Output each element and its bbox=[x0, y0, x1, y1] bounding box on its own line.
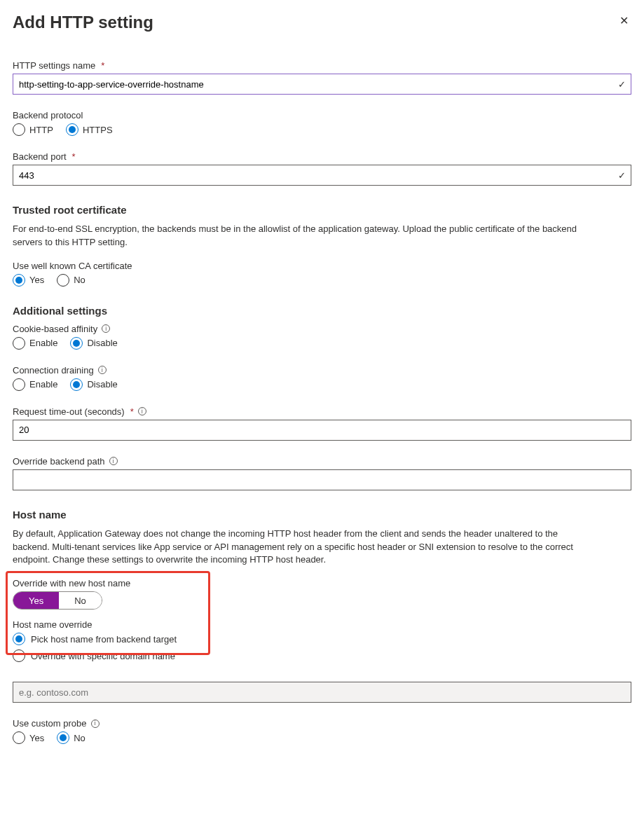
drain-disable-radio[interactable]: Disable bbox=[70, 378, 117, 391]
cookie-affinity-label: Cookie-based affinity bbox=[13, 324, 97, 334]
backend-protocol-https-radio[interactable]: HTTPS bbox=[66, 123, 113, 136]
backend-protocol-http-radio[interactable]: HTTP bbox=[13, 123, 53, 136]
host-name-override-label: Host name override bbox=[13, 619, 92, 630]
info-icon[interactable]: i bbox=[91, 720, 100, 728]
http-option-label: HTTP bbox=[29, 125, 53, 135]
required-indicator: * bbox=[101, 60, 104, 71]
ca-certificate-label: Use well known CA certificate bbox=[13, 261, 132, 271]
override-new-hostname-label: Override with new host name bbox=[13, 578, 130, 589]
connection-draining-label: Connection draining bbox=[13, 365, 94, 376]
ca-no-label: No bbox=[74, 275, 85, 285]
ca-no-radio[interactable]: No bbox=[57, 274, 85, 287]
pick-backend-label: Pick host name from backend target bbox=[31, 634, 177, 645]
drain-disable-label: Disable bbox=[87, 379, 117, 390]
drain-enable-label: Enable bbox=[29, 379, 57, 390]
close-icon[interactable]: ✕ bbox=[617, 13, 631, 29]
info-icon[interactable]: i bbox=[109, 457, 118, 465]
required-indicator: * bbox=[72, 151, 76, 162]
required-indicator: * bbox=[130, 406, 134, 417]
ca-yes-radio[interactable]: Yes bbox=[13, 274, 44, 287]
backend-protocol-label: Backend protocol bbox=[13, 110, 83, 121]
info-icon[interactable]: i bbox=[138, 407, 146, 415]
host-name-title: Host name bbox=[13, 509, 631, 521]
override-hostname-toggle[interactable]: Yes No bbox=[13, 591, 102, 610]
https-option-label: HTTPS bbox=[83, 125, 113, 135]
backend-port-label: Backend port bbox=[13, 151, 67, 162]
pick-backend-target-radio[interactable]: Pick host name from backend target bbox=[13, 633, 631, 645]
override-specific-label: Override with specific domain name bbox=[31, 651, 175, 661]
domain-name-input bbox=[13, 682, 631, 703]
host-name-description: By default, Application Gateway does not… bbox=[13, 528, 594, 567]
checkmark-icon: ✓ bbox=[618, 79, 626, 90]
checkmark-icon: ✓ bbox=[618, 170, 626, 181]
request-timeout-label: Request time-out (seconds) bbox=[13, 406, 125, 417]
backend-port-input[interactable] bbox=[13, 165, 631, 186]
override-backend-path-label: Override backend path bbox=[13, 456, 105, 467]
cookie-disable-radio[interactable]: Disable bbox=[70, 337, 117, 350]
override-backend-path-input[interactable] bbox=[13, 469, 631, 490]
override-no-option[interactable]: No bbox=[59, 592, 102, 609]
probe-no-label: No bbox=[74, 733, 85, 743]
info-icon[interactable]: i bbox=[98, 366, 107, 374]
page-title: Add HTTP setting bbox=[13, 13, 153, 32]
probe-yes-label: Yes bbox=[29, 733, 44, 743]
cookie-enable-radio[interactable]: Enable bbox=[13, 337, 57, 350]
override-specific-domain-radio[interactable]: Override with specific domain name bbox=[13, 649, 631, 662]
cookie-disable-label: Disable bbox=[87, 338, 117, 348]
drain-enable-radio[interactable]: Enable bbox=[13, 378, 57, 391]
custom-probe-label: Use custom probe bbox=[13, 718, 87, 729]
additional-settings-title: Additional settings bbox=[13, 305, 631, 317]
http-settings-name-label: HTTP settings name bbox=[13, 60, 95, 71]
trusted-root-description: For end-to-end SSL encryption, the backe… bbox=[13, 223, 594, 249]
override-yes-option[interactable]: Yes bbox=[13, 592, 59, 609]
custom-probe-no-radio[interactable]: No bbox=[57, 731, 85, 744]
request-timeout-input[interactable] bbox=[13, 420, 631, 441]
http-settings-name-input[interactable] bbox=[13, 74, 631, 95]
trusted-root-title: Trusted root certificate bbox=[13, 204, 631, 216]
ca-yes-label: Yes bbox=[29, 275, 44, 285]
custom-probe-yes-radio[interactable]: Yes bbox=[13, 731, 44, 744]
info-icon[interactable]: i bbox=[102, 324, 110, 333]
cookie-enable-label: Enable bbox=[29, 338, 57, 348]
